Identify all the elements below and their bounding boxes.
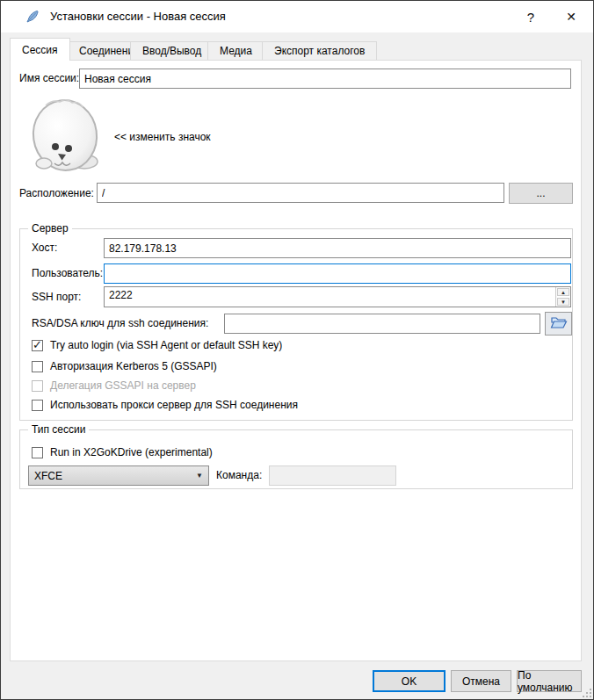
ssh-port-label: SSH порт: — [32, 291, 81, 303]
host-input[interactable] — [104, 238, 571, 258]
ssh-key-label: RSA/DSA ключ для ssh соединения: — [32, 317, 208, 329]
user-label: Пользователь: — [32, 267, 103, 279]
spin-down-icon[interactable]: ▼ — [557, 298, 569, 306]
change-icon-hint: << изменить значок — [114, 131, 211, 143]
spin-up-icon[interactable]: ▲ — [557, 288, 569, 296]
resize-grip[interactable] — [583, 696, 584, 697]
command-input — [269, 465, 396, 486]
checkbox-label: Делегация GSSAPI на сервер — [50, 379, 196, 392]
ssh-port-stepper[interactable]: 2222 ▲ ▼ — [104, 286, 571, 307]
command-label: Команда: — [216, 469, 262, 481]
close-icon[interactable]: ✕ — [551, 1, 591, 32]
checkbox-kerberos[interactable]: Авторизация Kerberos 5 (GSSAPI) — [32, 359, 217, 373]
tab-media[interactable]: Медиа — [207, 41, 264, 61]
session-type-select[interactable]: XFCE ▼ — [28, 465, 209, 486]
checkbox-try-auto-login[interactable]: Try auto login (via SSH Agent or default… — [32, 338, 282, 352]
ok-button[interactable]: OK — [373, 670, 446, 692]
checkbox-label: Авторизация Kerberos 5 (GSSAPI) — [50, 360, 217, 372]
checkbox-box — [32, 340, 43, 351]
window-title: Установки сессии - Новая сессия — [50, 10, 226, 23]
feather-icon — [25, 10, 40, 24]
help-button[interactable]: ? — [511, 1, 551, 32]
checkbox-box — [32, 380, 43, 392]
session-tab-page: Имя сессии: — [10, 60, 582, 661]
checkbox-label: Run in X2GoKDrive (experimental) — [50, 446, 213, 458]
seal-icon[interactable] — [28, 97, 105, 174]
spinner-buttons: ▲ ▼ — [555, 287, 570, 307]
checkbox-box — [32, 361, 43, 372]
session-name-label: Имя сессии: — [19, 72, 79, 84]
titlebar[interactable]: Установки сессии - Новая сессия ? ✕ — [1, 1, 593, 32]
defaults-button[interactable]: По умолчанию — [517, 670, 582, 692]
checkbox-ssh-proxy[interactable]: Использовать прокси сервер для SSH соеди… — [32, 398, 298, 412]
server-group-title: Сервер — [28, 222, 72, 235]
checkbox-gssapi-delegation: Делегация GSSAPI на сервер — [32, 379, 196, 393]
session-type-group-title: Тип сессии — [28, 423, 89, 436]
tab-session[interactable]: Сессия — [10, 38, 70, 61]
tab-folder-export[interactable]: Экспорт каталогов — [262, 41, 377, 61]
checkbox-label: Try auto login (via SSH Agent or default… — [50, 339, 282, 351]
ssh-key-input[interactable] — [224, 314, 540, 334]
session-type-value: XFCE — [29, 470, 191, 482]
checkbox-box — [32, 447, 43, 458]
ssh-key-browse-button[interactable] — [545, 312, 572, 336]
host-label: Хост: — [32, 242, 57, 254]
session-preferences-dialog: Установки сессии - Новая сессия ? ✕ Сесс… — [0, 0, 594, 700]
location-browse-button[interactable]: ... — [509, 183, 573, 204]
user-input[interactable] — [104, 263, 571, 284]
cancel-button[interactable]: Отмена — [451, 670, 511, 692]
location-label: Расположение: — [19, 187, 94, 199]
checkbox-x2gokdrive[interactable]: Run in X2GoKDrive (experimental) — [32, 445, 213, 459]
location-input[interactable] — [97, 183, 504, 203]
session-type-group: Тип сессии Run in X2GoKDrive (experiment… — [19, 429, 573, 489]
ssh-port-value: 2222 — [105, 287, 555, 307]
tab-input-output[interactable]: Ввод/Вывод — [130, 41, 214, 61]
checkbox-box — [32, 400, 43, 411]
folder-open-icon — [550, 315, 568, 332]
chevron-down-icon: ▼ — [191, 472, 208, 480]
session-name-input[interactable] — [79, 69, 571, 89]
server-group: Сервер Хост: Пользователь: SSH порт: 222… — [19, 228, 573, 421]
checkbox-label: Использовать прокси сервер для SSH соеди… — [50, 399, 298, 411]
